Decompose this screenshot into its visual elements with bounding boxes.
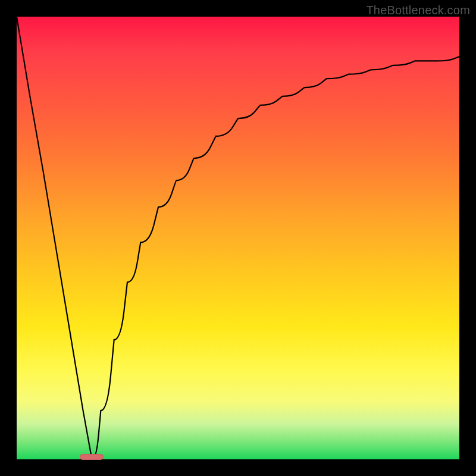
attribution-text: TheBottleneck.com	[366, 4, 470, 17]
plot-area	[17, 17, 459, 459]
curve-path	[17, 17, 459, 459]
bottleneck-curve	[17, 17, 459, 459]
chart-frame: TheBottleneck.com	[0, 0, 476, 476]
optimum-marker	[80, 454, 104, 460]
